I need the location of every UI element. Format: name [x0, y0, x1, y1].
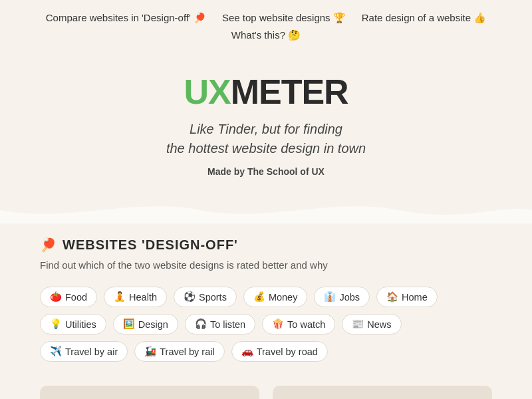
- tag-icon-travel-by-rail: 🚂: [144, 346, 156, 357]
- logo: UXMETER: [13, 74, 519, 109]
- tag-utilities[interactable]: 💡Utilities: [40, 314, 106, 334]
- tag-icon-to-watch: 🍿: [272, 319, 284, 330]
- tag-label-travel-by-rail: Travel by rail: [160, 346, 214, 357]
- tag-to-listen[interactable]: 🎧To listen: [185, 314, 255, 334]
- tag-to-watch[interactable]: 🍿To watch: [262, 314, 335, 334]
- cards-row: [0, 379, 532, 399]
- tag-icon-design: 🖼️: [123, 319, 135, 330]
- tag-icon-jobs: 👔: [324, 291, 336, 303]
- tag-food[interactable]: 🍅Food: [40, 287, 97, 307]
- tag-label-to-listen: To listen: [210, 319, 245, 330]
- design-off-icon: 🏓: [40, 237, 57, 253]
- tag-news[interactable]: 📰News: [342, 314, 401, 334]
- tag-travel-by-air[interactable]: ✈️Travel by air: [40, 341, 128, 362]
- tag-icon-travel-by-air: ✈️: [50, 346, 62, 357]
- section-heading: 🏓 WEBSITES 'DESIGN-OFF': [40, 237, 492, 253]
- tag-money[interactable]: 💰Money: [243, 287, 308, 307]
- tag-label-health: Health: [129, 292, 157, 303]
- nav-link-top-designs[interactable]: See top website designs 🏆: [222, 12, 346, 24]
- wave-divider: [0, 197, 532, 223]
- card-right: [273, 386, 492, 399]
- tag-icon-to-listen: 🎧: [195, 319, 207, 330]
- tag-icon-food: 🍅: [50, 291, 62, 303]
- nav-link-rate-design[interactable]: Rate design of a website 👍: [362, 12, 486, 24]
- tag-label-home: Home: [402, 292, 428, 303]
- tag-icon-health: 🧘: [114, 291, 126, 303]
- tag-label-travel-by-road: Travel by road: [257, 346, 318, 357]
- tag-travel-by-road[interactable]: 🚗Travel by road: [231, 341, 328, 362]
- tag-icon-money: 💰: [253, 291, 265, 303]
- tag-home[interactable]: 🏠Home: [376, 287, 438, 307]
- tag-label-travel-by-air: Travel by air: [65, 346, 118, 357]
- section-subtext: Find out which of the two website design…: [40, 259, 492, 271]
- tag-design[interactable]: 🖼️Design: [113, 314, 178, 334]
- tag-jobs[interactable]: 👔Jobs: [314, 287, 370, 307]
- tag-health[interactable]: 🧘Health: [104, 287, 167, 307]
- logo-meter: METER: [231, 72, 348, 111]
- tag-icon-home: 🏠: [386, 291, 398, 303]
- tag-icon-news: 📰: [352, 319, 364, 330]
- tag-label-food: Food: [65, 292, 87, 303]
- tag-travel-by-rail[interactable]: 🚂Travel by rail: [134, 341, 224, 362]
- tag-icon-sports: ⚽: [184, 291, 196, 303]
- card-left: [40, 386, 259, 399]
- tag-label-to-watch: To watch: [287, 319, 325, 330]
- tag-label-jobs: Jobs: [339, 292, 360, 303]
- tag-label-design: Design: [138, 319, 168, 330]
- tag-icon-utilities: 💡: [50, 319, 62, 330]
- nav-link-design-off[interactable]: Compare websites in 'Design-off' 🏓: [46, 12, 206, 24]
- design-off-section: 🏓 WEBSITES 'DESIGN-OFF' Find out which o…: [0, 223, 532, 379]
- tag-sports[interactable]: ⚽Sports: [174, 287, 237, 307]
- hero-section: UXMETER Like Tinder, but for finding the…: [0, 48, 532, 190]
- tag-icon-travel-by-road: 🚗: [241, 346, 253, 357]
- tags-container: 🍅Food🧘Health⚽Sports💰Money👔Jobs🏠Home💡Util…: [40, 284, 492, 372]
- hero-tagline: Like Tinder, but for finding the hottest…: [13, 120, 519, 158]
- tag-label-sports: Sports: [199, 292, 227, 303]
- tag-label-news: News: [367, 319, 391, 330]
- tag-label-money: Money: [269, 292, 298, 303]
- logo-ux: UX: [184, 72, 230, 111]
- nav-link-whats-this[interactable]: What's this? 🤔: [231, 29, 301, 41]
- tag-label-utilities: Utilities: [65, 319, 96, 330]
- top-navigation: Compare websites in 'Design-off' 🏓See to…: [0, 0, 532, 48]
- made-by: Made by The School of UX: [13, 166, 519, 177]
